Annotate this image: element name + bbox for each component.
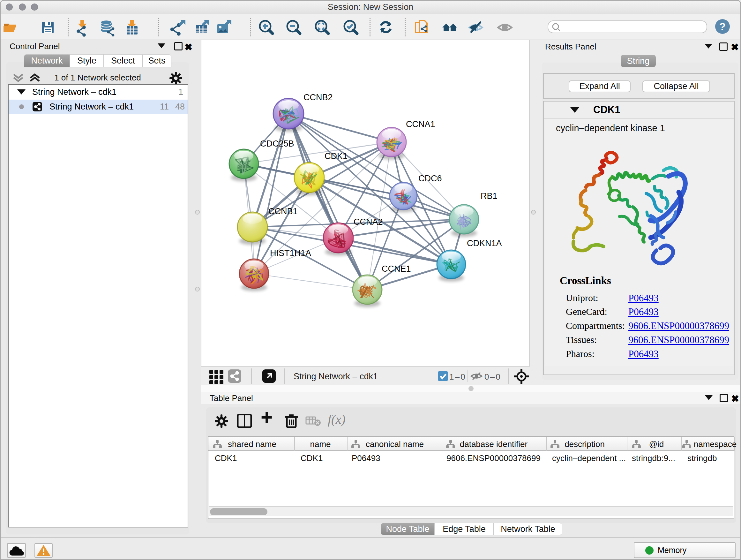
svg-text:CCNA1: CCNA1 — [406, 119, 435, 129]
svg-text:CCNB2: CCNB2 — [304, 92, 333, 102]
svg-text:CCNB1: CCNB1 — [268, 206, 298, 216]
svg-text:CDC6: CDC6 — [418, 174, 442, 183]
svg-text:RB1: RB1 — [481, 191, 497, 201]
svg-text:CDKN1A: CDKN1A — [467, 239, 502, 248]
svg-text:CCNE1: CCNE1 — [382, 264, 411, 273]
svg-text:HIST1H1A: HIST1H1A — [270, 248, 311, 258]
svg-text:CCNA2: CCNA2 — [354, 217, 383, 227]
svg-text:CDC25B: CDC25B — [260, 139, 294, 148]
svg-text:CDK1: CDK1 — [325, 151, 347, 161]
